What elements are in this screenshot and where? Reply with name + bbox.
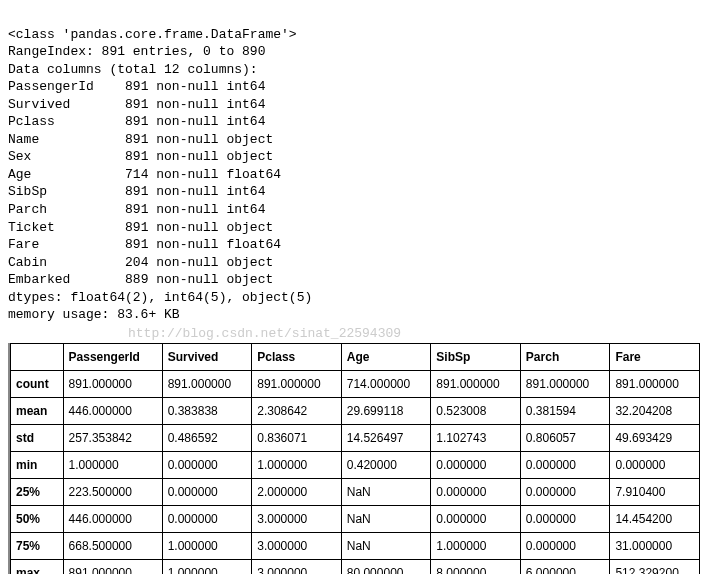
cell-value: 0.383838 [162,397,252,424]
cell-value: 0.000000 [162,505,252,532]
cell-value: NaN [341,505,431,532]
cell-value: 891.000000 [431,370,521,397]
info-range-index: RangeIndex: 891 entries, 0 to 890 [8,44,265,59]
cell-value: 223.500000 [63,478,162,505]
cell-value: 1.000000 [63,451,162,478]
cell-value: 6.000000 [520,559,610,574]
info-col-row: Fare 891 non-null float64 [8,237,281,252]
table-row: std257.3538420.4865920.83607114.5264971.… [11,424,700,451]
info-col-row: Survived 891 non-null int64 [8,97,265,112]
cell-value: 0.000000 [431,505,521,532]
cell-value: 0.000000 [520,478,610,505]
cell-value: 0.420000 [341,451,431,478]
cell-value: 1.000000 [431,532,521,559]
info-memory: memory usage: 83.6+ KB [8,307,180,322]
cell-value: 1.000000 [252,451,342,478]
cell-value: NaN [341,478,431,505]
info-col-row: Pclass 891 non-null int64 [8,114,265,129]
table-row: 25%223.5000000.0000002.000000NaN0.000000… [11,478,700,505]
describe-header: SibSp [431,343,521,370]
describe-header: Parch [520,343,610,370]
info-col-row: Ticket 891 non-null object [8,220,273,235]
row-label: 25% [11,478,64,505]
cell-value: 0.000000 [162,451,252,478]
cell-value: 0.000000 [162,478,252,505]
row-label: 75% [11,532,64,559]
cell-value: 0.486592 [162,424,252,451]
describe-header-row: PassengerId Survived Pclass Age SibSp Pa… [11,343,700,370]
describe-header-blank [11,343,64,370]
table-row: mean446.0000000.3838382.30864229.6991180… [11,397,700,424]
cell-value: 446.000000 [63,397,162,424]
cell-value: 0.806057 [520,424,610,451]
cell-value: 80.000000 [341,559,431,574]
cell-value: 0.000000 [520,451,610,478]
describe-header: Pclass [252,343,342,370]
info-dtypes: dtypes: float64(2), int64(5), object(5) [8,290,312,305]
info-class-line: <class 'pandas.core.frame.DataFrame'> [8,27,297,42]
cell-value: 29.699118 [341,397,431,424]
cell-value: 2.000000 [252,478,342,505]
cell-value: 7.910400 [610,478,700,505]
cell-value: 891.000000 [63,559,162,574]
cell-value: 3.000000 [252,532,342,559]
cell-value: 49.693429 [610,424,700,451]
row-label: count [11,370,64,397]
cell-value: 446.000000 [63,505,162,532]
dataframe-info-block: <class 'pandas.core.frame.DataFrame'> Ra… [8,8,703,324]
describe-header: Age [341,343,431,370]
cell-value: 891.000000 [162,370,252,397]
table-row: 75%668.5000001.0000003.000000NaN1.000000… [11,532,700,559]
cell-value: 3.000000 [252,559,342,574]
cell-value: 14.526497 [341,424,431,451]
cell-value: 891.000000 [63,370,162,397]
cell-value: 32.204208 [610,397,700,424]
cell-value: 31.000000 [610,532,700,559]
info-col-row: Parch 891 non-null int64 [8,202,265,217]
cell-value: 1.000000 [162,532,252,559]
cell-value: 0.000000 [431,478,521,505]
row-label: min [11,451,64,478]
cell-value: 891.000000 [520,370,610,397]
cell-value: 668.500000 [63,532,162,559]
cell-value: NaN [341,532,431,559]
info-col-row: Sex 891 non-null object [8,149,273,164]
cell-value: 0.000000 [431,451,521,478]
cell-value: 891.000000 [252,370,342,397]
info-col-row: SibSp 891 non-null int64 [8,184,265,199]
cell-value: 1.000000 [162,559,252,574]
info-col-row: Name 891 non-null object [8,132,273,147]
describe-header: Fare [610,343,700,370]
table-row: max891.0000001.0000003.00000080.0000008.… [11,559,700,574]
row-label: mean [11,397,64,424]
info-data-columns-header: Data columns (total 12 columns): [8,62,258,77]
describe-table: PassengerId Survived Pclass Age SibSp Pa… [10,343,700,574]
cell-value: 512.329200 [610,559,700,574]
cell-value: 714.000000 [341,370,431,397]
describe-header: Survived [162,343,252,370]
cell-value: 0.381594 [520,397,610,424]
cell-value: 0.000000 [520,505,610,532]
cell-value: 257.353842 [63,424,162,451]
cell-value: 0.836071 [252,424,342,451]
info-col-row: Cabin 204 non-null object [8,255,273,270]
info-col-row: Embarked 889 non-null object [8,272,273,287]
table-row: min1.0000000.0000001.0000000.4200000.000… [11,451,700,478]
row-label: std [11,424,64,451]
cell-value: 0.000000 [610,451,700,478]
cell-value: 1.102743 [431,424,521,451]
cell-value: 8.000000 [431,559,521,574]
cell-value: 891.000000 [610,370,700,397]
cell-value: 0.523008 [431,397,521,424]
row-label: 50% [11,505,64,532]
cell-value: 3.000000 [252,505,342,532]
watermark-text: http://blog.csdn.net/sinat_22594309 [128,326,703,341]
row-label: max [11,559,64,574]
cell-value: 0.000000 [520,532,610,559]
info-col-row: Age 714 non-null float64 [8,167,281,182]
info-col-row: PassengerId 891 non-null int64 [8,79,265,94]
describe-header: PassengerId [63,343,162,370]
table-row: 50%446.0000000.0000003.000000NaN0.000000… [11,505,700,532]
table-row: count891.000000891.000000891.000000714.0… [11,370,700,397]
cell-value: 2.308642 [252,397,342,424]
